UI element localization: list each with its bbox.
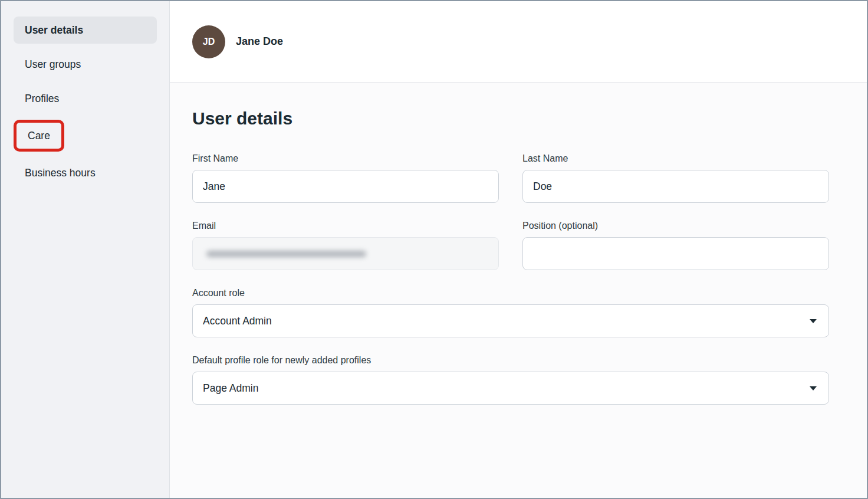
last-name-field-block: Last Name (522, 153, 829, 203)
position-input[interactable] (522, 237, 829, 270)
sidebar-item-label: Profiles (25, 93, 59, 104)
settings-sidebar: User details User groups Profiles Care B… (1, 1, 170, 498)
user-details-content: User details First Name Last Name Email (170, 83, 867, 498)
account-role-select[interactable]: Account Admin (192, 304, 829, 337)
default-profile-role-value: Page Admin (203, 382, 258, 395)
sidebar-item-care[interactable]: Care (14, 119, 157, 152)
account-role-value: Account Admin (203, 315, 272, 327)
default-profile-role-select[interactable]: Page Admin (192, 372, 829, 405)
last-name-input[interactable] (522, 170, 829, 203)
sidebar-item-profiles[interactable]: Profiles (14, 85, 157, 112)
user-header: JD Jane Doe (170, 1, 867, 83)
position-field-block: Position (optional) (522, 221, 829, 270)
app-window: User details User groups Profiles Care B… (0, 0, 868, 499)
chevron-down-icon (810, 319, 817, 323)
email-input-redacted (192, 237, 499, 270)
default-profile-role-field-block: Default profile role for newly added pro… (192, 355, 829, 405)
avatar-initials: JD (203, 37, 215, 47)
user-name: Jane Doe (236, 35, 283, 48)
redacted-email-blur (206, 251, 366, 257)
main-panel: JD Jane Doe User details First Name Last… (170, 1, 867, 498)
sidebar-item-label: Business hours (25, 167, 96, 179)
default-profile-role-label: Default profile role for newly added pro… (192, 355, 829, 366)
sidebar-item-business-hours[interactable]: Business hours (14, 159, 157, 186)
sidebar-item-label: Care (28, 130, 50, 142)
account-role-label: Account role (192, 288, 829, 298)
avatar: JD (192, 25, 225, 58)
sidebar-item-label: User groups (25, 58, 81, 70)
page-title: User details (192, 109, 829, 129)
position-label: Position (optional) (522, 221, 829, 231)
name-fields-row: First Name Last Name (192, 153, 829, 203)
email-position-row: Email Position (optional) (192, 221, 829, 270)
last-name-label: Last Name (522, 153, 829, 164)
sidebar-item-label: User details (25, 24, 83, 36)
first-name-field-block: First Name (192, 153, 499, 203)
first-name-label: First Name (192, 153, 499, 164)
chevron-down-icon (810, 386, 817, 390)
sidebar-item-user-details[interactable]: User details (14, 17, 157, 44)
email-label: Email (192, 221, 499, 231)
sidebar-item-user-groups[interactable]: User groups (14, 51, 157, 78)
email-field-block: Email (192, 221, 499, 270)
care-annotation-highlight: Care (14, 120, 64, 152)
first-name-input[interactable] (192, 170, 499, 203)
account-role-field-block: Account role Account Admin (192, 288, 829, 337)
